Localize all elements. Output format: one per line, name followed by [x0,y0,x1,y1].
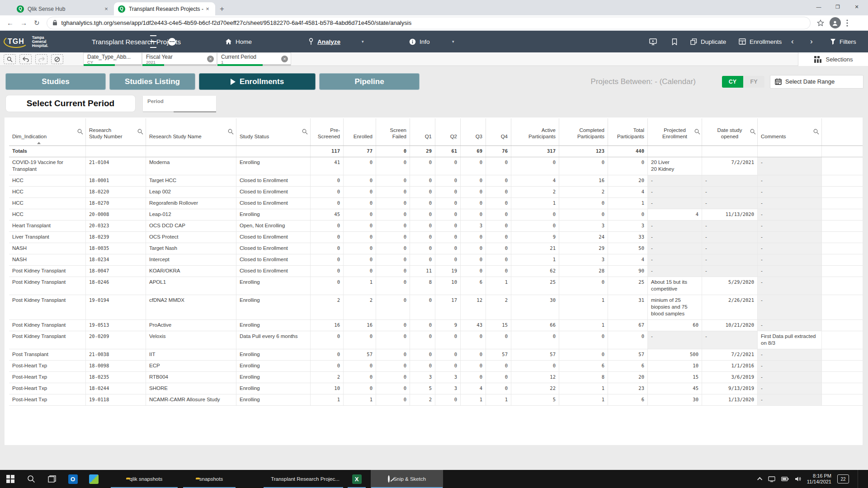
table-cell[interactable]: - [648,175,702,186]
column-header[interactable]: Pre- Screened [311,118,344,145]
table-cell[interactable]: 8 [410,277,435,295]
table-cell[interactable]: 18-0047 [86,266,146,277]
table-cell[interactable]: 0 [435,232,461,243]
table-cell[interactable]: Enrolling [236,277,311,295]
table-cell[interactable]: 3 [461,221,486,231]
table-cell[interactable]: 18-0220 [86,187,146,197]
table-cell[interactable]: Veloxis [146,331,236,349]
table-cell[interactable]: Data Pull every 6 months [236,331,311,349]
column-header[interactable]: Enrolled [344,118,376,145]
table-cell[interactable]: ECP [146,361,236,371]
table-cell[interactable]: 11 [410,266,435,277]
table-cell[interactable]: 0 [486,243,511,254]
table-cell[interactable]: 0 [435,221,461,231]
table-cell[interactable]: 0 [486,331,511,349]
selections-back-icon[interactable] [19,54,32,64]
column-search-icon[interactable] [137,129,143,135]
table-cell[interactable]: 0 [435,175,461,186]
table-cell[interactable]: 0 [311,187,344,197]
table-cell[interactable]: 2 [559,187,608,197]
table-cell[interactable]: 0 [344,243,376,254]
table-cell[interactable]: 0 [311,175,344,186]
bookmark-icon[interactable] [672,31,677,52]
app-menu-icon[interactable] [150,31,156,52]
table-cell[interactable]: 0 [410,295,435,319]
table-cell[interactable]: 3 [559,254,608,265]
clear-all-selections-icon[interactable] [51,54,63,64]
next-sheet-icon[interactable]: › [810,31,813,52]
table-cell[interactable]: - [758,157,822,175]
table-cell[interactable]: SHORE [146,383,236,394]
table-cell[interactable]: 0 [311,349,344,360]
table-cell[interactable]: 25 [511,277,559,295]
column-header[interactable]: Q2 [435,118,461,145]
table-cell[interactable]: NASH [9,243,86,254]
column-search-icon[interactable] [228,129,234,135]
table-cell[interactable]: Enrolling [236,209,311,220]
column-header[interactable]: Total Participants [608,118,648,145]
table-cell[interactable]: 0 [461,331,486,349]
table-cell[interactable]: 2 [410,394,435,405]
table-cell[interactable]: Post Transplant [9,349,86,360]
table-cell[interactable]: 19-0513 [86,320,146,331]
table-cell[interactable]: 0 [608,157,648,175]
table-cell[interactable]: 0 [376,277,410,295]
table-cell[interactable]: - [702,175,758,186]
table-cell[interactable]: 45 [311,209,344,220]
table-cell[interactable]: Enrolling [236,157,311,175]
table-cell[interactable]: Closed to Enrollment [236,175,311,186]
tray-battery-icon[interactable] [781,477,789,481]
table-cell[interactable]: NCAMR-CAMR Allosure Study [146,394,236,405]
table-cell[interactable]: 0 [511,221,559,231]
period-filter[interactable]: Period [143,96,216,111]
table-cell[interactable]: 4 [608,254,648,265]
start-button[interactable] [0,470,21,488]
table-cell[interactable]: 16 [344,320,376,331]
table-cell[interactable]: 4 [608,187,648,197]
table-cell[interactable]: 0 [376,187,410,197]
fy-toggle-button[interactable]: FY [743,76,764,88]
table-cell[interactable]: 90 [608,266,648,277]
table-cell[interactable]: 1 [511,254,559,265]
table-cell[interactable]: 10 [435,277,461,295]
table-cell[interactable]: 0 [344,266,376,277]
table-cell[interactable]: - [758,198,822,209]
table-cell[interactable]: minium of 25 biopsies and 75 blood sampl… [648,295,702,319]
taskbar-item-transplant-research-projec-[interactable]: Transplant Research Projec... [263,470,344,488]
column-header[interactable]: Screen Failed [376,118,410,145]
table-cell[interactable]: 0 [376,243,410,254]
table-cell[interactable]: 0 [486,254,511,265]
table-cell[interactable]: HCC [9,175,86,186]
table-cell[interactable]: - [758,320,822,331]
table-cell[interactable]: 0 [376,394,410,405]
table-cell[interactable]: 1 [559,295,608,319]
table-cell[interactable]: 18-0098 [86,361,146,371]
table-cell[interactable]: 0 [344,175,376,186]
table-cell[interactable]: 0 [311,221,344,231]
table-cell[interactable]: 0 [410,349,435,360]
table-cell[interactable]: 3 [435,383,461,394]
table-cell[interactable]: 0 [376,254,410,265]
table-cell[interactable]: 33 [608,232,648,243]
table-cell[interactable]: 3 [435,372,461,383]
table-cell[interactable]: 0 [435,198,461,209]
table-cell[interactable]: - [648,243,702,254]
table-cell[interactable]: 0 [410,331,435,349]
table-cell[interactable]: - [758,221,822,231]
table-cell[interactable]: 9/13/2019 [702,383,758,394]
reload-icon[interactable]: ↻ [34,19,40,27]
table-cell[interactable]: 0 [344,383,376,394]
column-header[interactable]: Active Participants [511,118,559,145]
table-cell[interactable]: 0 [410,232,435,243]
column-header[interactable]: Research Study Number [86,118,146,145]
table-cell[interactable]: 0 [435,209,461,220]
outlook-button[interactable]: O [62,470,83,488]
table-cell[interactable]: 0 [511,361,559,371]
table-cell[interactable]: 50 [608,243,648,254]
table-cell[interactable]: - [758,187,822,197]
table-cell[interactable]: 0 [486,157,511,175]
column-search-icon[interactable] [750,129,756,135]
sheet-tab-pipeline[interactable]: Pipeline [319,73,420,90]
table-cell[interactable]: 20-0209 [86,331,146,349]
tray-expand-icon[interactable] [757,477,762,482]
